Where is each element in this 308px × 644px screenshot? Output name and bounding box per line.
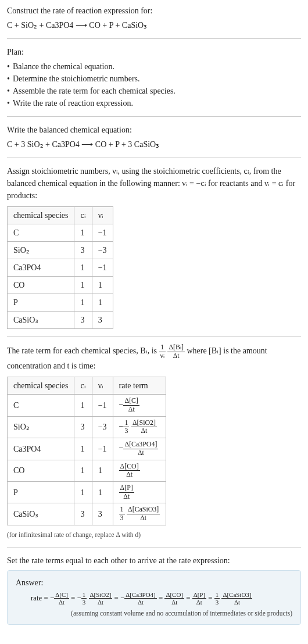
- balanced-label: Write the balanced chemical equation:: [7, 124, 301, 136]
- col-species: chemical species: [8, 377, 74, 395]
- rate-frac: Δ[C]Δt: [123, 397, 139, 413]
- table-row: P11Δ[P]Δt: [8, 481, 166, 503]
- plan-list: Balance the chemical equation. Determine…: [7, 60, 301, 109]
- col-rate: rate term: [113, 377, 166, 395]
- col-species: chemical species: [8, 207, 74, 224]
- rate-frac: Δ[P]Δt: [192, 591, 206, 606]
- divider: [7, 547, 301, 548]
- answer-note: (assuming constant volume and no accumul…: [16, 609, 292, 618]
- col-c: cᵢ: [74, 377, 92, 395]
- plan-section: Plan: Balance the chemical equation. Det…: [7, 46, 301, 109]
- stoich-table: chemical species cᵢ νᵢ C1−1 SiO₂3−3 Ca3P…: [7, 206, 113, 329]
- table-header-row: chemical species cᵢ νᵢ: [8, 207, 113, 224]
- table-row: P11: [8, 294, 113, 312]
- plan-item: Write the rate of reaction expression.: [7, 97, 301, 109]
- rate-frac: Δ[Ca3PO4]Δt: [124, 591, 156, 606]
- coeff-frac: 13: [214, 591, 220, 606]
- table-row: CO11Δ[CO]Δt: [8, 460, 166, 481]
- rate-frac: Δ[CO]Δt: [164, 591, 184, 606]
- table-header-row: chemical species cᵢ νᵢ rate term: [8, 377, 166, 395]
- divider: [7, 336, 301, 337]
- rate-frac: Δ[CO]Δt: [119, 463, 140, 479]
- table-row: SiO₂3−3: [8, 242, 113, 259]
- rate-frac: Δ[CaSiO3]Δt: [221, 591, 252, 606]
- balanced-equation: C + 3 SiO₂ + Ca3PO4 ⟶ CO + P + 3 CaSiO₃: [7, 138, 301, 151]
- col-c: cᵢ: [74, 207, 92, 224]
- table-row: CO11: [8, 277, 113, 294]
- table-row: C1−1−Δ[C]Δt: [8, 395, 166, 416]
- assign-section: Assign stoichiometric numbers, νᵢ, using…: [7, 165, 301, 329]
- table-row: CaSiO₃33: [8, 312, 113, 329]
- answer-box: Answer: rate = −Δ[C]Δt = −13 Δ[SiO2]Δt =…: [7, 570, 301, 625]
- table-row: Ca3PO41−1−Δ[Ca3PO4]Δt: [8, 438, 166, 460]
- rate-rows: C1−1−Δ[C]ΔtSiO₂3−3−13 Δ[SiO2]ΔtCa3PO41−1…: [8, 395, 166, 525]
- rate-frac: Δ[CaSiO3]Δt: [127, 506, 160, 522]
- rate-frac: Δ[P]Δt: [119, 484, 134, 500]
- coeff-frac: 13: [81, 591, 87, 606]
- problem-statement: Construct the rate of reaction expressio…: [7, 5, 301, 31]
- final-section: Set the rate terms equal to each other t…: [7, 554, 301, 625]
- table-row: Ca3PO41−1: [8, 259, 113, 277]
- set-equal-text: Set the rate terms equal to each other t…: [7, 554, 301, 567]
- plan-item: Assemble the rate term for each chemical…: [7, 85, 301, 97]
- plan-label: Plan:: [7, 46, 301, 58]
- plan-item: Determine the stoichiometric numbers.: [7, 73, 301, 85]
- divider: [7, 38, 301, 39]
- infinitesimal-note: (for infinitesimal rate of change, repla…: [7, 530, 301, 540]
- rate-term-section: The rate term for each chemical species,…: [7, 344, 301, 540]
- table-row: C1−1: [8, 224, 113, 242]
- coeff-frac: 13: [123, 419, 129, 435]
- assign-text: Assign stoichiometric numbers, νᵢ, using…: [7, 165, 301, 202]
- plan-item: Balance the chemical equation.: [7, 60, 301, 73]
- answer-equation: rate = −Δ[C]Δt = −13 Δ[SiO2]Δt = −Δ[Ca3P…: [16, 591, 292, 606]
- table-row: CaSiO₃3313 Δ[CaSiO3]Δt: [8, 503, 166, 525]
- title: Construct the rate of reaction expressio…: [7, 5, 301, 17]
- answer-line: rate = −Δ[C]Δt = −13 Δ[SiO2]Δt = −Δ[Ca3P…: [16, 591, 292, 606]
- coeff-frac: 13: [119, 506, 125, 522]
- rate-frac: Δ[Ca3PO4]Δt: [123, 441, 158, 457]
- col-v: νᵢ: [92, 207, 113, 224]
- col-v: νᵢ: [92, 377, 113, 395]
- rate-frac: Δ[SiO2]Δt: [89, 591, 113, 606]
- rate-frac: Δ[C]Δt: [54, 591, 69, 606]
- rate-frac: Δ[SiO2]Δt: [131, 419, 157, 435]
- divider: [7, 158, 301, 158]
- balanced-section: Write the balanced chemical equation: C …: [7, 124, 301, 151]
- rate-term-text: The rate term for each chemical species,…: [7, 344, 301, 372]
- frac-dBi-dt: Δ[Bᵢ] Δt: [167, 344, 185, 360]
- answer-label: Answer:: [16, 577, 292, 589]
- divider: [7, 116, 301, 117]
- frac-1-over-v: 1 νᵢ: [159, 344, 166, 360]
- unbalanced-equation: C + SiO₂ + Ca3PO4 ⟶ CO + P + CaSiO₃: [7, 19, 301, 31]
- table-row: SiO₂3−3−13 Δ[SiO2]Δt: [8, 416, 166, 438]
- rate-term-table: chemical species cᵢ νᵢ rate term C1−1−Δ[…: [7, 377, 166, 525]
